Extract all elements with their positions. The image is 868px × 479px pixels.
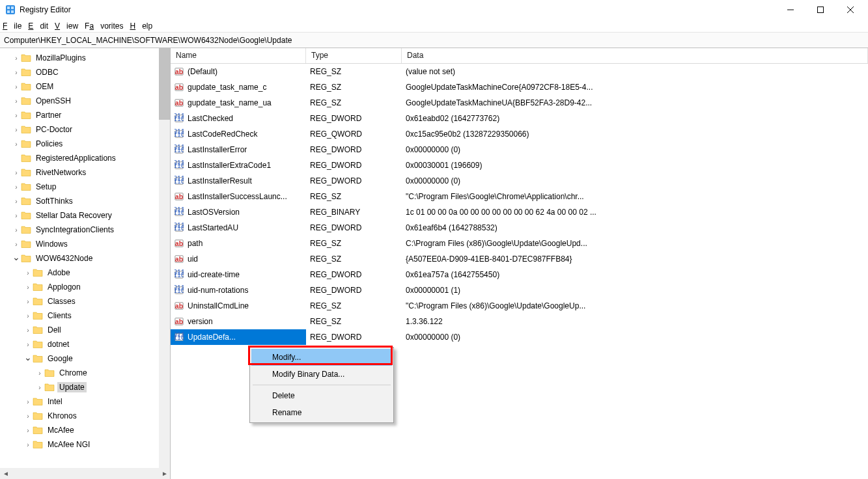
tree-item[interactable]: ›Adobe [0, 266, 170, 280]
list-row[interactable]: abversionREG_SZ1.3.36.122 [171, 314, 868, 329]
list-row[interactable]: ab(Default)REG_SZ(value not set) [171, 64, 868, 79]
list-row[interactable]: 011110uid-num-rotationsREG_DWORD0x000000… [171, 282, 868, 298]
tree-item[interactable]: ›Windows [0, 237, 170, 251]
chevron-down-icon[interactable]: ⌄ [12, 252, 21, 262]
tree-item[interactable]: ›OpenSSH [0, 94, 170, 108]
chevron-right-icon[interactable]: › [12, 184, 21, 191]
maximize-button[interactable] [805, 0, 835, 20]
list-row[interactable]: 011110LastInstallerErrorREG_DWORD0x00000… [171, 142, 868, 157]
tree-item[interactable]: ›MozillaPlugins [0, 51, 170, 65]
chevron-right-icon[interactable]: › [23, 327, 33, 334]
tree-item[interactable]: ›Stellar Data Recovery [0, 208, 170, 223]
chevron-right-icon[interactable]: › [12, 112, 21, 119]
chevron-right-icon[interactable]: › [23, 298, 33, 305]
chevron-right-icon[interactable]: › [23, 269, 33, 277]
tree-item[interactable]: ›PC-Doctor [0, 122, 170, 137]
tree-item-label: McAfee [46, 425, 76, 435]
scroll-right-icon[interactable]: ► [160, 469, 169, 478]
tree-item[interactable]: ›Clients [0, 308, 170, 323]
close-button[interactable] [835, 0, 865, 20]
context-menu-delete[interactable]: Delete [251, 387, 392, 404]
value-data: 1.3.36.122 [402, 317, 868, 326]
chevron-right-icon[interactable]: › [12, 83, 21, 90]
menu-file[interactable]: File [3, 21, 21, 31]
tree-item[interactable]: ›McAfee [0, 423, 170, 437]
list-row[interactable]: 011110LastOSVersionREG_BINARY1c 01 00 00… [171, 204, 868, 220]
value-type: REG_DWORD [306, 333, 402, 342]
tree-item[interactable]: ›OEM [0, 79, 170, 94]
tree-item[interactable]: ›ODBC [0, 65, 170, 79]
list-row[interactable]: abgupdate_task_name_cREG_SZGoogleUpdateT… [171, 79, 868, 95]
tree-item[interactable]: ›Partner [0, 108, 170, 122]
scroll-left-icon[interactable]: ◄ [1, 469, 10, 478]
chevron-right-icon[interactable]: › [23, 284, 33, 291]
menu-edit[interactable]: Edit [28, 21, 48, 31]
chevron-right-icon[interactable]: › [12, 212, 21, 219]
list-row[interactable]: 011110LastStartedAUREG_DWORD0x61eaf6b4 (… [171, 220, 868, 236]
tree-item[interactable]: ›RivetNetworks [0, 165, 170, 180]
list-row[interactable]: 011110LastInstallerExtraCode1REG_DWORD0x… [171, 157, 868, 173]
chevron-right-icon[interactable]: › [12, 141, 21, 148]
context-menu-modify-binary[interactable]: Modify Binary Data... [251, 366, 392, 383]
column-header-name[interactable]: Name [171, 48, 306, 63]
menu-help[interactable]: Help [130, 21, 152, 31]
value-type: REG_BINARY [306, 208, 402, 217]
tree-item[interactable]: RegisteredApplications [0, 151, 170, 165]
value-data: 0x00000000 (0) [402, 176, 868, 185]
chevron-right-icon[interactable]: › [35, 384, 44, 391]
list-row[interactable]: abUninstallCmdLineREG_SZ"C:\Program File… [171, 298, 868, 314]
list-row[interactable]: 011110LastCheckedREG_DWORD0x61eabd02 (16… [171, 111, 868, 126]
chevron-right-icon[interactable]: › [23, 427, 33, 434]
tree-item[interactable]: ›Policies [0, 137, 170, 151]
list-row[interactable]: 011110LastInstallerResultREG_DWORD0x0000… [171, 173, 868, 189]
menu-view[interactable]: View [55, 21, 78, 31]
tree-item[interactable]: ›Setup [0, 180, 170, 194]
menu-favorites[interactable]: Favorites [85, 21, 123, 31]
chevron-right-icon[interactable]: › [12, 198, 21, 205]
context-menu-modify[interactable]: Modify... [251, 349, 392, 366]
chevron-down-icon[interactable]: ⌄ [23, 352, 33, 363]
list-row[interactable]: 011110LastCodeRedCheckREG_QWORD0xc15ac95… [171, 126, 868, 142]
chevron-right-icon[interactable]: › [12, 55, 21, 62]
list-row[interactable]: 011110UpdateDefa...REG_DWORD0x00000000 (… [171, 329, 868, 345]
chevron-right-icon[interactable]: › [12, 241, 21, 248]
list-row[interactable]: abpathREG_SZC:\Program Files (x86)\Googl… [171, 236, 868, 251]
tree-horizontal-scrollbar[interactable]: ◄ ► [0, 468, 171, 479]
column-header-data[interactable]: Data [402, 48, 868, 63]
column-header-type[interactable]: Type [306, 48, 402, 63]
value-data: {A507EE0A-D909-41EB-8401-D7EC987FFB84} [402, 254, 868, 264]
tree-item[interactable]: ›SyncIntegrationClients [0, 223, 170, 237]
tree-item[interactable]: ›McAfee NGI [0, 437, 170, 452]
chevron-right-icon[interactable]: › [23, 441, 33, 448]
chevron-right-icon[interactable]: › [23, 398, 33, 405]
chevron-right-icon[interactable]: › [12, 226, 21, 234]
context-menu-rename[interactable]: Rename [251, 404, 392, 421]
svg-text:ab: ab [175, 68, 183, 75]
list-row[interactable]: abLastInstallerSuccessLaunc...REG_SZ"C:\… [171, 189, 868, 204]
tree-item[interactable]: ⌄WOW6432Node [0, 251, 170, 266]
tree-item[interactable]: ›Applogon [0, 280, 170, 294]
tree-item[interactable]: ›Intel [0, 394, 170, 409]
minimize-button[interactable] [776, 0, 805, 20]
tree-item[interactable]: ›SoftThinks [0, 194, 170, 208]
tree-item[interactable]: ›Khronos [0, 409, 170, 423]
tree-item[interactable]: ⌄Google [0, 351, 170, 366]
tree-item[interactable]: ›Chrome [0, 366, 170, 380]
tree-item[interactable]: ›dotnet [0, 337, 170, 351]
chevron-right-icon[interactable]: › [23, 312, 33, 320]
address-bar[interactable]: Computer\HKEY_LOCAL_MACHINE\SOFTWARE\WOW… [0, 33, 868, 48]
tree-item[interactable]: ›Classes [0, 294, 170, 308]
chevron-right-icon[interactable]: › [12, 126, 21, 133]
list-row[interactable]: 011110uid-create-timeREG_DWORD0x61ea757a… [171, 267, 868, 282]
chevron-right-icon[interactable]: › [12, 98, 21, 105]
chevron-right-icon[interactable]: › [23, 341, 33, 348]
tree-item[interactable]: ›Dell [0, 323, 170, 337]
chevron-right-icon[interactable]: › [12, 169, 21, 176]
list-row[interactable]: abuidREG_SZ{A507EE0A-D909-41EB-8401-D7EC… [171, 251, 868, 267]
tree-item[interactable]: ›Update [0, 380, 170, 394]
tree-vertical-scrollbar[interactable] [159, 48, 170, 479]
list-row[interactable]: abgupdate_task_name_uaREG_SZGoogleUpdate… [171, 95, 868, 111]
chevron-right-icon[interactable]: › [23, 413, 33, 420]
chevron-right-icon[interactable]: › [12, 69, 21, 76]
chevron-right-icon[interactable]: › [35, 370, 44, 377]
